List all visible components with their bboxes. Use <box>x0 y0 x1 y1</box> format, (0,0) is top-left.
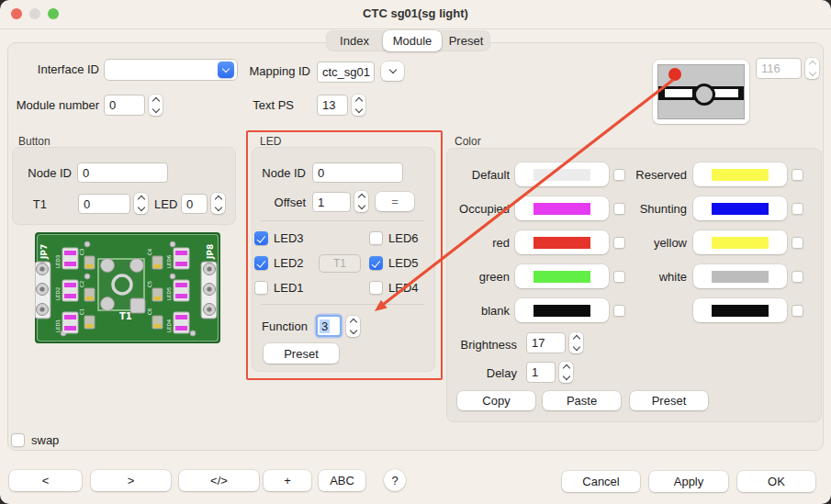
delay-stepper[interactable] <box>559 362 573 383</box>
nav-next-button[interactable]: > <box>91 470 171 491</box>
button-led-label: LED <box>154 197 177 211</box>
module-number-stepper[interactable] <box>149 95 163 116</box>
color-blank-checkbox[interactable] <box>613 305 625 317</box>
paste-button[interactable]: Paste <box>543 391 621 410</box>
button-node-id-input[interactable] <box>77 162 168 183</box>
checkbox-led6[interactable] <box>369 231 383 245</box>
pcb-jp8-label: JP8 <box>206 244 215 260</box>
button-t1-input[interactable] <box>78 194 130 214</box>
delay-input[interactable] <box>526 362 556 383</box>
color-yellow-bar <box>712 237 769 249</box>
swap-checkbox[interactable] <box>11 433 25 447</box>
add-button[interactable]: + <box>264 470 311 491</box>
color-white-swatch[interactable] <box>693 264 787 288</box>
checkbox-led1-label: LED1 <box>274 281 304 295</box>
t1-button[interactable]: T1 <box>319 254 361 273</box>
checkbox-led5[interactable] <box>369 256 383 270</box>
button-led-input[interactable] <box>181 194 208 214</box>
tab-preset[interactable]: Preset <box>442 30 490 51</box>
checkbox-led4[interactable] <box>369 281 383 295</box>
color-blank2-checkbox[interactable] <box>792 305 803 317</box>
tab-bar: Index Module Preset <box>326 30 490 51</box>
color-blank-swatch[interactable] <box>515 298 609 322</box>
pcb-c5-label: C5 <box>147 280 152 287</box>
color-red-label: red <box>450 236 510 250</box>
cancel-button[interactable]: Cancel <box>562 471 640 492</box>
pcb-led4-label: LED4 <box>166 319 172 332</box>
signal-center-circle <box>693 84 715 106</box>
function-stepper[interactable] <box>346 316 360 337</box>
button-group-title: Button <box>18 135 51 148</box>
module-number-input[interactable] <box>104 95 145 116</box>
code-button[interactable]: </> <box>179 470 259 491</box>
checkbox-led1[interactable] <box>254 281 268 295</box>
color-red-checkbox[interactable] <box>613 237 625 249</box>
function-label: Function <box>262 319 308 333</box>
checkbox-led6-label: LED6 <box>388 231 419 245</box>
led-node-id-label: Node ID <box>262 166 306 180</box>
mapping-id-dropdown-button[interactable] <box>381 62 404 81</box>
led-offset-label: Offset <box>266 196 306 209</box>
color-occupied-label: Occupied <box>450 202 510 216</box>
signal-preview-image <box>653 60 749 124</box>
tab-index[interactable]: Index <box>326 30 383 51</box>
text-ps-input[interactable] <box>317 95 348 116</box>
led-group-title: LED <box>260 135 281 148</box>
color-reserved-bar <box>712 169 769 181</box>
brightness-input[interactable] <box>526 332 566 353</box>
color-occupied-swatch[interactable] <box>515 196 609 220</box>
led-divider-bottom <box>261 304 424 305</box>
color-green-checkbox[interactable] <box>613 271 625 283</box>
color-shunting-swatch[interactable] <box>693 196 787 220</box>
equals-button[interactable]: = <box>376 192 414 211</box>
color-green-swatch[interactable] <box>515 264 609 288</box>
color-blank2-swatch[interactable] <box>693 298 787 322</box>
color-reserved-swatch[interactable] <box>693 162 787 186</box>
pcb-led2-label: LED2 <box>55 287 61 300</box>
color-default-checkbox[interactable] <box>613 169 625 181</box>
color-reserved-checkbox[interactable] <box>792 169 803 181</box>
led-node-id-input[interactable] <box>312 162 403 183</box>
module-number-label: Module number <box>7 98 99 112</box>
interface-id-chevron-down-icon[interactable] <box>218 62 234 78</box>
color-preset-button[interactable]: Preset <box>630 391 708 410</box>
apply-button[interactable]: Apply <box>649 471 728 492</box>
function-input[interactable]: 3 <box>316 315 342 337</box>
checkbox-led3[interactable] <box>254 231 268 245</box>
ok-button[interactable]: OK <box>737 471 815 492</box>
interface-id-combobox[interactable] <box>104 59 238 81</box>
button-node-id-label: Node ID <box>24 166 72 180</box>
color-red-swatch[interactable] <box>515 230 609 254</box>
signal-number-stepper <box>805 58 819 79</box>
tab-module[interactable]: Module <box>383 30 442 51</box>
checkbox-led2[interactable] <box>254 256 268 270</box>
led-preset-button[interactable]: Preset <box>264 343 339 364</box>
pcb-led6-label: LED6 <box>166 254 172 268</box>
color-yellow-checkbox[interactable] <box>792 237 803 249</box>
color-blank2-bar <box>712 305 769 317</box>
button-t1-stepper[interactable] <box>134 193 148 214</box>
pcb-c4-label: C4 <box>147 248 152 255</box>
button-t1-label: T1 <box>24 197 47 211</box>
text-ps-stepper[interactable] <box>352 95 365 116</box>
mapping-id-input[interactable] <box>317 62 375 83</box>
abc-button[interactable]: ABC <box>319 470 365 491</box>
color-group-title: Color <box>455 135 481 148</box>
led-divider-top <box>261 220 424 221</box>
brightness-stepper[interactable] <box>569 332 583 353</box>
color-default-swatch[interactable] <box>515 162 609 186</box>
color-shunting-checkbox[interactable] <box>792 203 803 215</box>
help-button[interactable]: ? <box>384 469 406 491</box>
copy-button[interactable]: Copy <box>457 391 535 410</box>
color-occupied-checkbox[interactable] <box>613 203 625 215</box>
color-white-checkbox[interactable] <box>792 271 803 283</box>
checkbox-led2-label: LED2 <box>274 256 304 270</box>
color-yellow-swatch[interactable] <box>693 230 787 254</box>
text-ps-label: Text PS <box>248 98 294 112</box>
button-led-stepper[interactable] <box>211 193 225 214</box>
led-offset-stepper[interactable] <box>354 191 368 212</box>
mapping-id-label: Mapping ID <box>241 64 310 78</box>
nav-prev-button[interactable]: < <box>9 470 82 491</box>
led-offset-input[interactable] <box>312 192 351 212</box>
signal-red-lamp-icon <box>668 68 681 81</box>
